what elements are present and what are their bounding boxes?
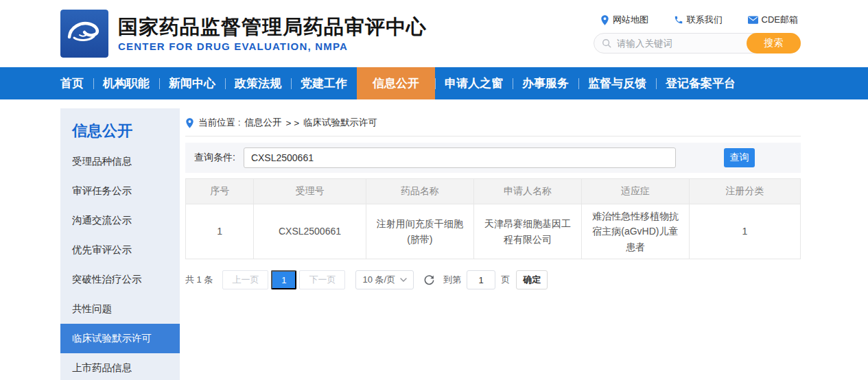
nav-item[interactable]: 党建工作 (291, 67, 357, 99)
page-size-value: 10 条/页 (362, 274, 395, 286)
phone-icon (674, 15, 683, 25)
mailbox-link[interactable]: CDE邮箱 (748, 14, 798, 26)
sidebar-item[interactable]: 临床试验默示许可 (60, 324, 180, 353)
sidebar-item[interactable]: 审评任务公示 (60, 176, 180, 206)
breadcrumb-separator: > > (286, 118, 300, 128)
main-panel: 当前位置 : 信息公开 > > 临床试验默示许可 查询条件: 查询 (185, 108, 801, 380)
pagination: 共 1 条 上一页 1 下一页 10 条/页 到第 (185, 270, 801, 289)
sidebar-item-label: 临床试验默示许可 (72, 332, 152, 345)
nav-item[interactable]: 机构职能 (93, 67, 159, 99)
nav-item-label: 机构职能 (93, 67, 159, 99)
main-nav: 首页 机构职能 新闻中心 政策法规 党建工作 信息公开 申请人之窗 (0, 67, 868, 99)
brand-text: 国家药品监督管理局药品审评中心 CENTER FOR DRUG EVALUATI… (118, 15, 427, 53)
nav-item[interactable]: 登记备案平台 (656, 67, 745, 99)
sidebar-item-label: 沟通交流公示 (72, 214, 132, 227)
sidebar: 信息公开 受理品种信息 审评任务公示 沟通交流公示 优先审评公示 (60, 108, 180, 380)
content: 信息公开 受理品种信息 审评任务公示 沟通交流公示 优先审评公示 (0, 99, 868, 380)
nav-item-label: 党建工作 (291, 67, 357, 99)
sidebar-item-label: 上市药品信息 (72, 361, 132, 375)
cell-applicant: 天津昂赛细胞基因工程有限公司 (474, 204, 582, 259)
nav-item[interactable]: 申请人之窗 (435, 67, 513, 99)
contact-link[interactable]: 联系我们 (674, 14, 723, 26)
query-button[interactable]: 查询 (724, 148, 755, 167)
site-title: 国家药品监督管理局药品审评中心 (118, 15, 427, 39)
sidebar-item-label: 共性问题 (72, 302, 112, 316)
query-input[interactable] (244, 147, 676, 168)
query-label: 查询条件: (194, 152, 235, 164)
sidebar-item-label: 优先审评公示 (72, 244, 132, 257)
nav-item-label: 办事服务 (513, 67, 578, 99)
search-button[interactable]: 搜索 (747, 33, 801, 54)
nav-item-label: 申请人之窗 (435, 67, 513, 99)
breadcrumb-prefix: 当前位置 : (198, 117, 241, 129)
query-bar: 查询条件: 查询 (185, 143, 801, 173)
nav-item[interactable]: 新闻中心 (159, 67, 225, 99)
sidebar-item[interactable]: 受理品种信息 (60, 147, 180, 176)
sidebar-title: 信息公开 (60, 108, 180, 147)
sidebar-item[interactable]: 沟通交流公示 (60, 206, 180, 235)
cell-no: 1 (186, 204, 254, 259)
results-table: 序号 受理号 药品名称 申请人名称 适应症 注册分类 (185, 178, 801, 259)
sidebar-item-label: 受理品种信息 (72, 155, 132, 168)
table-header-row: 序号 受理号 药品名称 申请人名称 适应症 注册分类 (186, 179, 801, 204)
table-header-cell: 受理号 (254, 179, 366, 204)
sidebar-item[interactable]: 上市药品信息 (60, 353, 180, 380)
prev-page-button[interactable]: 上一页 (222, 270, 268, 289)
nav-item[interactable]: 政策法规 (225, 67, 291, 99)
brand: 国家药品监督管理局药品审评中心 CENTER FOR DRUG EVALUATI… (60, 10, 427, 58)
search-input[interactable] (611, 38, 747, 49)
site-subtitle: CENTER FOR DRUG EVALUATION, NMPA (118, 40, 427, 52)
nav-item-label: 登记备案平台 (656, 67, 745, 99)
location-pin-icon (600, 15, 609, 25)
header-right: 网站地图 联系我们 CDE邮箱 (594, 14, 801, 54)
contact-label: 联系我们 (687, 14, 723, 26)
sidebar-item[interactable]: 突破性治疗公示 (60, 265, 180, 294)
table-header-cell: 申请人名称 (474, 179, 582, 204)
goto-label: 到第 (443, 274, 461, 286)
sidebar-item[interactable]: 优先审评公示 (60, 235, 180, 265)
nav-item-label: 新闻中心 (159, 67, 225, 99)
cell-drug-name: 注射用间充质干细胞(脐带) (366, 204, 474, 259)
goto-page-input[interactable] (467, 270, 495, 289)
breadcrumb-current: 临床试验默示许可 (303, 117, 377, 129)
breadcrumb: 当前位置 : 信息公开 > > 临床试验默示许可 (185, 117, 801, 136)
quick-links: 网站地图 联系我们 CDE邮箱 (594, 14, 801, 26)
cde-logo-icon (60, 10, 108, 58)
sidebar-list: 受理品种信息 审评任务公示 沟通交流公示 优先审评公示 (60, 147, 180, 380)
sidebar-item[interactable]: 共性问题 (60, 294, 180, 324)
nav-item[interactable]: 办事服务 (513, 67, 578, 99)
nav-item-label: 信息公开 (357, 67, 435, 99)
nav-item[interactable]: 监督与反馈 (578, 67, 656, 99)
sitemap-link[interactable]: 网站地图 (600, 14, 648, 26)
page: 国家药品监督管理局药品审评中心 CENTER FOR DRUG EVALUATI… (0, 0, 868, 380)
mailbox-label: CDE邮箱 (762, 14, 798, 26)
cell-acceptance-no: CXSL2500661 (254, 204, 366, 259)
location-pin-icon (185, 118, 194, 128)
table-row: 1 CXSL2500661 注射用间充质干细胞(脐带) 天津昂赛细胞基因工程有限… (186, 204, 801, 259)
next-page-button[interactable]: 下一页 (299, 270, 345, 289)
nav-item-label: 监督与反馈 (578, 67, 656, 99)
cell-reg-category: 1 (689, 204, 800, 259)
table-header-cell: 药品名称 (366, 179, 474, 204)
sidebar-item-label: 审评任务公示 (72, 185, 132, 198)
table-header-cell: 序号 (186, 179, 254, 204)
table-header-cell: 适应症 (582, 179, 690, 204)
nav-item-label: 政策法规 (225, 67, 291, 99)
search-icon (602, 38, 611, 48)
goto-suffix-label: 页 (501, 274, 510, 286)
confirm-button[interactable]: 确定 (516, 270, 548, 289)
mail-icon (748, 16, 758, 24)
cell-indication: 难治性急性移植物抗宿主病(aGvHD)儿童患者 (582, 204, 690, 259)
breadcrumb-section[interactable]: 信息公开 (245, 117, 282, 129)
page-number-button[interactable]: 1 (271, 270, 296, 289)
page-size-select[interactable]: 10 条/页 (355, 270, 414, 289)
nav-item-label: 首页 (51, 67, 93, 99)
sidebar-item-label: 突破性治疗公示 (72, 273, 142, 286)
refresh-icon[interactable] (423, 274, 435, 286)
top-header: 国家药品监督管理局药品审评中心 CENTER FOR DRUG EVALUATI… (0, 0, 868, 67)
nav-item[interactable]: 首页 (51, 67, 93, 99)
table-header-cell: 注册分类 (689, 179, 800, 204)
sitemap-label: 网站地图 (613, 14, 648, 26)
nav-item[interactable]: 信息公开 (357, 67, 435, 99)
pagination-total: 共 1 条 (185, 274, 213, 286)
